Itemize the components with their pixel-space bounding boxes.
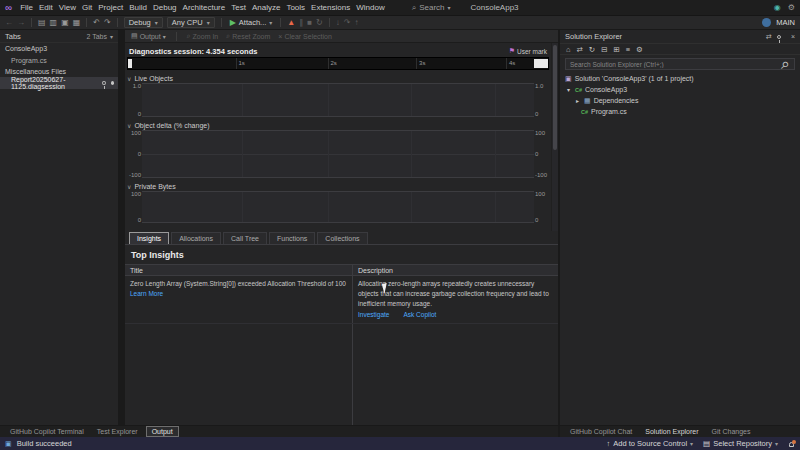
notifications-icon[interactable]: ⚙ — [788, 3, 795, 12]
step-over-icon[interactable]: ↷ — [344, 19, 351, 27]
solution-search-input[interactable] — [570, 61, 781, 68]
dock-tab-test-explorer[interactable]: Test Explorer — [92, 427, 143, 436]
tab-item-program-cs[interactable]: Program.cs — [0, 54, 118, 66]
menu-test[interactable]: Test — [228, 2, 249, 13]
list-icon[interactable]: ≡ — [626, 45, 630, 54]
menu-tools[interactable]: Tools — [283, 2, 308, 13]
zoom-in-button[interactable]: ⌕ Zoom In — [187, 32, 219, 40]
repo-icon: ▤ — [703, 439, 710, 448]
account-icon[interactable]: ◉ — [774, 3, 781, 12]
step-into-icon[interactable]: ↓ — [336, 19, 340, 27]
platform-dropdown[interactable]: Any CPU ▾ — [167, 17, 215, 28]
plot-object-delta[interactable] — [142, 130, 534, 178]
account-button[interactable]: MAIN — [762, 18, 795, 27]
vertical-scrollbar[interactable] — [551, 43, 558, 231]
plot-private-bytes[interactable] — [142, 191, 534, 223]
reset-zoom-button[interactable]: ⌕ Reset Zoom — [226, 32, 270, 40]
attach-button[interactable]: ▶ Attach... ▾ — [228, 18, 275, 27]
menu-extensions[interactable]: Extensions — [308, 2, 353, 13]
chart-header-object-delta[interactable]: ∨ Object delta (% change) — [127, 120, 549, 130]
column-header-title[interactable]: Title — [125, 265, 353, 275]
chart-header-live-objects[interactable]: ∨ Live Objects — [127, 73, 549, 83]
menu-architecture[interactable]: Architecture — [180, 2, 229, 13]
chart-header-private-bytes[interactable]: ∨ Private Bytes — [127, 181, 549, 191]
home-icon[interactable]: ⌂ — [566, 45, 571, 54]
tree-item-program-cs[interactable]: C# Program.cs — [560, 106, 800, 117]
menu-git[interactable]: Git — [79, 2, 95, 13]
show-all-files-icon[interactable]: ⊞ — [613, 45, 619, 54]
collapse-all-icon[interactable]: ⊟ — [601, 45, 607, 54]
nav-back-icon[interactable]: ← — [5, 19, 13, 27]
tab-insights[interactable]: Insights — [129, 232, 169, 244]
step-out-icon[interactable]: ↑ — [355, 19, 359, 27]
plot-live-objects[interactable] — [142, 83, 534, 117]
pin-icon[interactable] — [777, 35, 781, 39]
ask-copilot-link[interactable]: Ask Copilot — [403, 310, 436, 320]
refresh-icon[interactable]: ↻ — [589, 45, 595, 54]
dock-tab-output[interactable]: Output — [146, 426, 179, 437]
menu-window[interactable]: Window — [353, 2, 387, 13]
y-axis-label: 100 — [535, 191, 548, 197]
tree-item-project[interactable]: ▾ C# ConsoleApp3 — [560, 84, 800, 95]
vs-logo-icon: ∞ — [5, 3, 12, 13]
timeline-ruler[interactable]: 1s 2s 3s 4s — [127, 57, 549, 70]
dock-tab-github-copilot-chat[interactable]: GitHub Copilot Chat — [565, 427, 637, 436]
active-dot-icon[interactable] — [111, 81, 114, 85]
hot-reload-icon[interactable]: ▲ — [287, 19, 295, 27]
build-status-label: Build succeeded — [17, 439, 72, 448]
timeline-end-handle[interactable] — [534, 59, 548, 68]
tab-call-tree[interactable]: Call Tree — [223, 232, 267, 244]
tree-item-dependencies[interactable]: ▸ ▦ Dependencies — [560, 95, 800, 106]
output-view-dropdown[interactable]: ▤ Output ▾ — [131, 32, 166, 40]
menu-file[interactable]: File — [17, 2, 36, 13]
pin-icon[interactable] — [102, 81, 106, 85]
close-icon[interactable]: × — [791, 33, 795, 40]
chevron-right-icon[interactable]: ▸ — [574, 97, 581, 104]
panel-switch-icon[interactable]: ⇄ — [766, 33, 772, 41]
notifications-bell-icon[interactable] — [788, 440, 795, 448]
dock-tab-git-changes[interactable]: Git Changes — [707, 427, 756, 436]
tick-3s: 3s — [419, 60, 425, 66]
menu-edit[interactable]: Edit — [36, 2, 56, 13]
tab-collections[interactable]: Collections — [317, 232, 367, 244]
save-icon[interactable]: ▣ — [61, 19, 69, 27]
column-header-description[interactable]: Description — [353, 265, 558, 275]
dock-tab-solution-explorer[interactable]: Solution Explorer — [640, 427, 703, 436]
menu-build[interactable]: Build — [126, 2, 150, 13]
pause-icon[interactable]: ∥ — [299, 19, 303, 27]
reset-zoom-label: Reset Zoom — [232, 33, 270, 40]
configuration-dropdown[interactable]: Debug ▾ — [124, 17, 163, 28]
save-all-icon[interactable]: ▦ — [73, 19, 81, 27]
timeline-start-handle[interactable] — [128, 59, 132, 68]
insight-row[interactable]: Zero Length Array (System.String[0]) exc… — [125, 276, 558, 324]
open-file-icon[interactable]: ▥ — [50, 19, 58, 27]
learn-more-link[interactable]: Learn More — [130, 290, 163, 297]
scrollbar-thumb[interactable] — [553, 45, 557, 150]
quick-search-button[interactable]: ⌕ Search ▾ — [412, 3, 451, 13]
add-to-source-control-button[interactable]: ↑ Add to Source Control ▾ — [607, 439, 694, 448]
menu-project[interactable]: Project — [95, 2, 126, 13]
menu-debug[interactable]: Debug — [150, 2, 180, 13]
stop-icon[interactable]: ■ — [307, 19, 312, 27]
solution-search-box[interactable]: ⌕ — [565, 58, 795, 70]
undo-icon[interactable]: ↶ — [93, 19, 100, 27]
tabs-count[interactable]: 2 Tabs ▾ — [86, 33, 113, 40]
chevron-expanded-icon[interactable]: ▾ — [565, 86, 572, 93]
tree-item-solution[interactable]: ▣ Solution 'ConsoleApp3' (1 of 1 project… — [560, 73, 800, 84]
select-repository-button[interactable]: ▤ Select Repository ▾ — [703, 439, 778, 448]
switch-views-icon[interactable]: ⇄ — [577, 45, 583, 54]
investigate-link[interactable]: Investigate — [358, 310, 389, 320]
tab-allocations[interactable]: Allocations — [171, 232, 221, 244]
csharp-file-icon: C# — [581, 109, 588, 115]
restart-icon[interactable]: ↻ — [316, 19, 323, 27]
nav-forward-icon[interactable]: → — [17, 19, 25, 27]
menu-analyze[interactable]: Analyze — [249, 2, 283, 13]
new-file-icon[interactable]: ▤ — [38, 19, 46, 27]
dock-tab-github-copilot-terminal[interactable]: GitHub Copilot Terminal — [5, 427, 89, 436]
tab-functions[interactable]: Functions — [269, 232, 315, 244]
properties-icon[interactable]: ⚙ — [636, 45, 643, 54]
clear-selection-button[interactable]: × Clear Selection — [278, 33, 332, 40]
menu-view[interactable]: View — [56, 2, 79, 13]
redo-icon[interactable]: ↷ — [104, 19, 111, 27]
tab-item-diagsession[interactable]: Report20250627-1125.diagsession — [0, 77, 118, 89]
